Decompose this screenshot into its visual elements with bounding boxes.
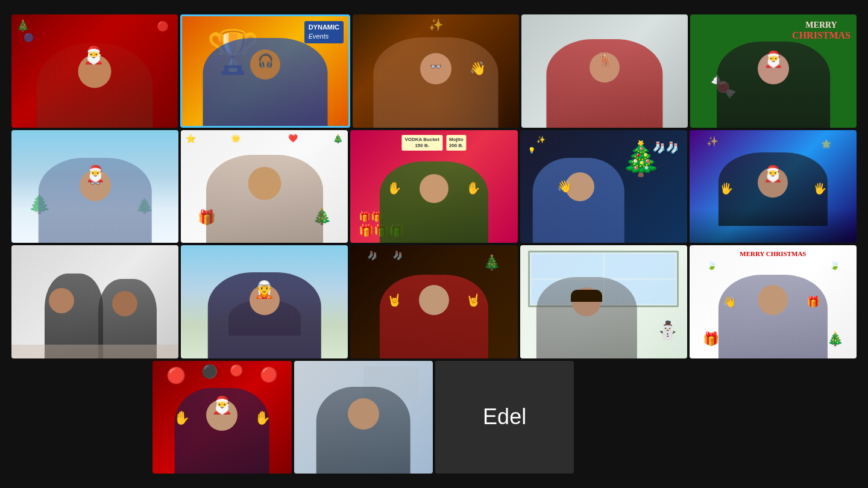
vodka-price: 150 B. bbox=[415, 143, 429, 148]
dynamic-label: DYNAMIC bbox=[309, 23, 339, 31]
video-tile-3-2: 🧝 bbox=[181, 245, 348, 358]
video-tile-3-1 bbox=[11, 245, 178, 358]
empty-spacer-left bbox=[11, 361, 150, 474]
video-tile-2-4: 🎄 🧦🧦 ✨ 💡 👋 bbox=[520, 130, 687, 243]
merry-text: MERRY bbox=[792, 20, 851, 30]
grid-row-2: 🌲 🌲 👓 🎅 ⭐ 🎄 🌟 ❤️ 🎁 🎄 bbox=[11, 130, 857, 243]
video-tile-4-2 bbox=[294, 361, 433, 474]
video-call-container: 🎄 🔴 🔵 🎅 🏆 🎧 DYNAMIC Events bbox=[0, 0, 868, 488]
video-tile-1-3: ✨ 👓 👋 bbox=[353, 14, 519, 128]
grid-row-3: 🧝 🎄 🧦 🧦 🤘 🤘 bbox=[11, 245, 857, 358]
video-tile-3-5: MERRY CHRISTMAS 🍃 🍃 🎁 🎄 👋 🎁 bbox=[690, 245, 857, 358]
video-tile-2-5: ✨ 🌟 🎅 🖐️ 🖐️ bbox=[690, 130, 857, 243]
video-tile-1-1: 🎄 🔴 🔵 🎅 bbox=[11, 14, 178, 128]
video-tile-4-3: Edel bbox=[435, 361, 574, 474]
video-tile-3-3: 🎄 🧦 🧦 🤘 🤘 bbox=[350, 245, 517, 358]
elf-hat-icon: 🧝 bbox=[254, 280, 275, 299]
video-tile-2-3: VODKA Bucket 150 B. Mojito 200 B. 🎁🎁🎁 🎁🎁… bbox=[350, 130, 517, 243]
vodka-sign: VODKA Bucket bbox=[404, 137, 439, 142]
events-label: Events bbox=[309, 33, 329, 40]
christmas-text: CHRISTMAS bbox=[792, 30, 851, 41]
video-tile-1-2: 🏆 🎧 DYNAMIC Events bbox=[180, 14, 350, 128]
video-tile-1-4: 🦌 bbox=[521, 14, 688, 128]
empty-spacer-right-1 bbox=[576, 361, 715, 474]
mojito-price: 200 B. bbox=[449, 143, 464, 148]
grid-row-4: 🔴 🔴 ⚫ 🔴 🎅 ✋ ✋ E bbox=[11, 361, 857, 474]
video-grid: 🎄 🔴 🔵 🎅 🏆 🎧 DYNAMIC Events bbox=[11, 14, 857, 474]
empty-spacer-right-2 bbox=[718, 361, 857, 474]
mojito-sign: Mojito bbox=[449, 137, 464, 142]
grid-row-1: 🎄 🔴 🔵 🎅 🏆 🎧 DYNAMIC Events bbox=[11, 14, 857, 128]
video-tile-4-1: 🔴 🔴 ⚫ 🔴 🎅 ✋ ✋ bbox=[153, 361, 291, 474]
video-tile-2-2: ⭐ 🎄 🌟 ❤️ 🎁 🎄 bbox=[181, 130, 348, 243]
video-tile-1-5: MERRY CHRISTMAS 🍬 🎅 bbox=[690, 14, 857, 128]
video-tile-2-1: 🌲 🌲 👓 🎅 bbox=[11, 130, 178, 243]
edel-label: Edel bbox=[483, 404, 526, 430]
video-tile-3-4: ⛄ bbox=[520, 245, 687, 358]
